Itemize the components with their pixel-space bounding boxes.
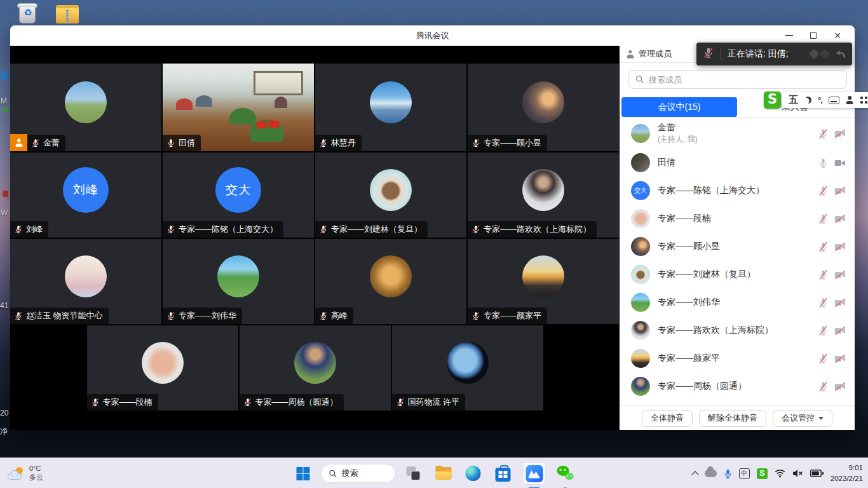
participant-row[interactable]: 田倩 [620,149,855,177]
sogou-tray-icon[interactable]: S [757,468,768,479]
taskbar-search[interactable]: 搜索 [321,464,396,483]
taskbar-clock[interactable]: 9:01 2023/2/21 [831,463,863,484]
camera-muted-icon[interactable] [834,270,846,280]
avatar [142,342,184,384]
participant-row[interactable]: 专家——刘建林（复旦） [620,261,855,288]
participant-name: 专家——陈铭（上海交大） [658,185,810,196]
participant-row[interactable]: 专家——段楠 [620,205,855,233]
camera-muted-icon[interactable] [834,382,846,391]
avatar [65,255,107,297]
mic-muted-icon[interactable] [818,186,829,196]
keyboard-icon[interactable] [829,97,839,104]
mic-muted-icon[interactable] [818,128,829,139]
host-badge-icon [10,134,27,151]
store-icon [496,468,511,482]
video-tile[interactable]: 赵洁玉 物资节能中心 [10,239,161,324]
wifi-icon[interactable] [775,469,785,478]
participant-row[interactable]: 金蕾(主持人, 我) [620,118,855,149]
tile-name-label: 专家——路欢欢（上海标院） [468,221,597,238]
microphone-tray-icon[interactable] [724,468,732,479]
video-tile[interactable]: 国药物流 许平 [392,325,543,410]
mute-all-button[interactable]: 全体静音 [642,410,693,427]
member-search-input[interactable] [649,75,840,85]
video-tile[interactable]: 专家——顾小昱 [468,64,619,151]
unmute-all-button[interactable]: 解除全体静音 [699,410,766,427]
video-tile[interactable]: 专家——段楠 [87,325,238,410]
camera-muted-icon[interactable] [834,242,846,252]
camera-muted-icon[interactable] [834,298,846,308]
participant-name: 刘峰 [26,224,43,235]
task-view-button[interactable] [402,461,426,486]
ime-punctuation[interactable]: °, [818,95,822,105]
camera-muted-icon[interactable] [834,354,846,363]
video-tile[interactable]: 专家——颜家平 [468,239,619,324]
sogou-logo-icon[interactable]: S [764,92,781,109]
mic-muted-icon[interactable] [818,269,829,280]
video-tile[interactable]: 田倩 [163,64,314,151]
wechat-icon [557,466,574,481]
file-explorer-button[interactable] [431,461,456,486]
wechat-taskbar-button[interactable] [553,461,578,486]
tray-expand-chevron-icon[interactable] [691,471,698,478]
camera-muted-icon[interactable] [834,214,846,224]
recycle-bin-icon[interactable]: ♻ [15,3,41,25]
camera-muted-icon[interactable] [834,186,846,196]
zipped-folder-icon[interactable] [55,3,80,25]
participant-name: 高峰 [331,310,348,322]
mic-muted-icon[interactable] [818,325,829,336]
avatar: 刘峰 [63,167,109,213]
avatar [370,169,412,211]
moon-icon[interactable] [804,97,811,104]
mic-muted-icon [319,139,328,147]
meeting-controls-button[interactable]: 会议管控 [773,410,832,427]
video-tile[interactable]: 林慧丹 [315,64,466,151]
desktop-icon-fragment [3,107,8,112]
tab-in-meeting[interactable]: 会议中(15) [621,97,737,117]
camera-muted-icon[interactable] [834,129,846,139]
start-button[interactable] [291,461,315,486]
mic-muted-icon[interactable] [818,297,829,308]
speaking-toast-text: 正在讲话: 田倩; [728,48,804,60]
participant-row[interactable]: 交大专家——陈铭（上海交大） [620,177,855,205]
onedrive-cloud-icon[interactable] [705,470,717,477]
tencent-meeting-taskbar-button[interactable] [521,461,548,486]
mic-muted-icon [166,311,175,320]
video-tile[interactable]: 交大 专家——陈铭（上海交大） [163,152,314,238]
panel-footer: 全体静音 解除全体静音 会议管控 [620,405,855,430]
video-tile[interactable]: 专家——刘建林（复旦） [315,152,466,238]
ime-mode-wubi[interactable]: 五 [789,94,798,106]
tile-name-label: 专家——顾小昱 [468,135,547,151]
edge-browser-button[interactable] [461,461,485,486]
mic-muted-icon[interactable] [818,241,829,252]
volume-muted-icon[interactable] [792,469,803,478]
participant-row[interactable]: 专家——顾小昱 [620,233,855,261]
camera-muted-icon[interactable] [834,326,846,336]
video-tile[interactable]: 专家——刘伟华 [163,239,314,324]
mic-muted-icon[interactable] [818,214,829,224]
mic-muted-icon[interactable] [818,353,829,364]
mic-icon[interactable] [818,158,829,168]
grid-menu-icon[interactable] [860,97,868,104]
weather-widget[interactable]: 0°C 多云 [8,458,43,488]
member-search-box[interactable] [628,70,847,89]
person-icon[interactable] [846,96,854,104]
camera-icon[interactable] [834,158,846,168]
video-tile[interactable]: 专家——周杨（圆通） [240,325,391,410]
battery-icon[interactable] [810,470,824,477]
video-tile[interactable]: 金蕾 [10,64,161,151]
participant-name: 专家——周杨（圆通） [255,396,338,408]
participant-row[interactable]: 专家——颜家平 [620,344,855,372]
wall-painting [254,71,304,95]
video-tile[interactable]: 专家——路欢欢（上海标院） [468,152,619,238]
video-tile[interactable]: 高峰 [315,239,466,324]
microsoft-store-button[interactable] [491,461,515,486]
ime-language-indicator[interactable]: 中 [739,468,750,479]
mic-muted-icon [396,398,405,407]
participant-name: 赵洁玉 物资节能中心 [26,310,103,322]
participant-row[interactable]: 专家——刘伟华 [620,288,855,316]
participant-row[interactable]: 专家——路欢欢（上海标院） [620,316,855,344]
tencent-meeting-window: 腾讯会议 ✕ 金蕾 田倩 林慧丹 [10,25,855,430]
mic-muted-icon[interactable] [818,381,829,392]
participant-row[interactable]: 专家——周杨（圆通） [620,372,855,400]
video-tile[interactable]: 刘峰 刘峰 [10,152,161,238]
